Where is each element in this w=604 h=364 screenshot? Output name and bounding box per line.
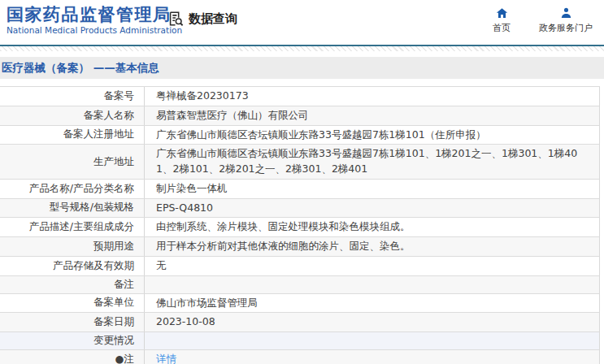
table-row: 备案人名称易普森智慧医疗（佛山）有限公司 xyxy=(0,106,599,126)
row-label: 备案人名称 xyxy=(0,106,145,125)
table-row: 产品存储及有效期无 xyxy=(0,257,599,276)
page-title: 医疗器械（备案） ——基本信息 xyxy=(2,61,159,76)
header-nav: 首页 政务服务门户 xyxy=(485,6,593,34)
row-value: 2023-10-08 xyxy=(145,313,599,332)
table-row: 生产地址广东省佛山市顺德区杏坛镇顺业东路33号盛越园7栋1梯101、1梯201之… xyxy=(0,145,599,180)
nav-portal-label: 政务服务门户 xyxy=(539,22,593,34)
row-label: 备案人注册地址 xyxy=(0,126,145,145)
row-value: EPS-Q4810 xyxy=(145,199,599,218)
person-icon xyxy=(559,6,573,20)
row-value: 易普森智慧医疗（佛山）有限公司 xyxy=(145,106,599,125)
row-label: 变更情况 xyxy=(0,332,145,349)
table-row: ●注详情 xyxy=(0,350,599,364)
row-label: 备案日期 xyxy=(0,313,145,332)
data-query-label: 数据查询 xyxy=(189,11,237,27)
row-label: 备案号 xyxy=(0,87,145,106)
data-query-nav[interactable]: 数据查询 xyxy=(167,10,237,28)
table-row: 备案日期2023-10-08 xyxy=(0,313,599,332)
row-value xyxy=(145,276,599,293)
row-label: 备案单位 xyxy=(0,294,145,313)
row-label: 备注 xyxy=(0,276,145,293)
row-value: 由控制系统、涂片模块、固定处理模块和染色模块组成。 xyxy=(145,218,599,236)
table-row: 备注 xyxy=(0,276,599,294)
detail-link[interactable]: 详情 xyxy=(156,352,176,364)
record-info-table: 备案号粤禅械备20230173备案人名称易普森智慧医疗（佛山）有限公司备案人注册… xyxy=(0,86,600,364)
row-value: 粤禅械备20230173 xyxy=(145,87,599,106)
logo-title: 国家药品监督管理局 xyxy=(7,6,182,24)
row-label: ●注 xyxy=(0,350,145,364)
table-row: 备案单位佛山市市场监督管理局 xyxy=(0,294,599,314)
row-label: 产品名称/产品分类名称 xyxy=(0,180,145,198)
table-row: 型号规格/包装规格EPS-Q4810 xyxy=(0,199,599,219)
logo-subtitle: National Medical Products Administration xyxy=(7,26,182,36)
row-value xyxy=(145,332,599,349)
nav-home-label: 首页 xyxy=(493,22,511,34)
table-row: 备案人注册地址广东省佛山市顺德区杏坛镇顺业东路33号盛越园7栋1梯101（住所申… xyxy=(0,126,599,145)
nav-portal[interactable]: 政务服务门户 xyxy=(539,6,593,34)
row-value: 佛山市市场监督管理局 xyxy=(145,294,599,313)
row-label: 型号规格/包装规格 xyxy=(0,199,145,218)
table-row: 产品名称/产品分类名称制片染色一体机 xyxy=(0,180,599,199)
nav-home[interactable]: 首页 xyxy=(485,6,518,34)
row-label: 预期用途 xyxy=(0,237,145,256)
header-hatch-strip xyxy=(0,46,604,51)
table-row: 变更情况 xyxy=(0,332,599,350)
row-value: 广东省佛山市顺德区杏坛镇顺业东路33号盛越园7栋1梯101、1梯201之一、1梯… xyxy=(145,145,599,179)
table-row: 预期用途用于样本分析前对其他体液的细胞的涂片、固定、染色。 xyxy=(0,237,599,257)
row-label: 产品存储及有效期 xyxy=(0,257,145,275)
row-value: 用于样本分析前对其他体液的细胞的涂片、固定、染色。 xyxy=(145,237,599,256)
row-value: 制片染色一体机 xyxy=(145,180,599,198)
row-label: 产品描述/主要组成成分 xyxy=(0,218,145,236)
row-value: 广东省佛山市顺德区杏坛镇顺业东路33号盛越园7栋1梯101（住所申报） xyxy=(145,126,599,145)
house-icon xyxy=(495,6,509,20)
table-row: 产品描述/主要组成成分由控制系统、涂片模块、固定处理模块和染色模块组成。 xyxy=(0,218,599,237)
row-label: 生产地址 xyxy=(0,145,145,179)
document-magnifier-icon xyxy=(167,10,185,28)
site-header: 国家药品监督管理局 National Medical Products Admi… xyxy=(0,0,604,45)
table-row: 备案号粤禅械备20230173 xyxy=(0,87,599,106)
nmpa-logo: 国家药品监督管理局 National Medical Products Admi… xyxy=(7,6,182,36)
title-band: 医疗器械（备案） ——基本信息 xyxy=(0,57,604,79)
row-value: 无 xyxy=(145,257,599,275)
row-value: 详情 xyxy=(145,350,599,364)
